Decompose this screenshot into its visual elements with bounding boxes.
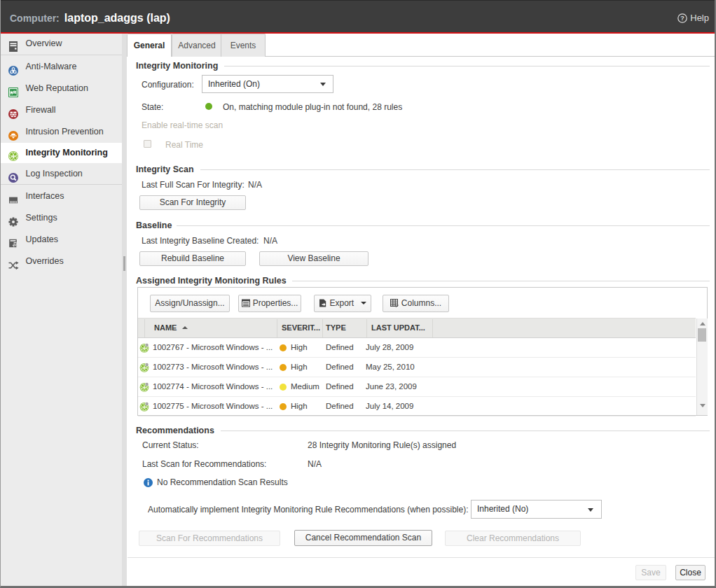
- svg-text:?: ?: [681, 15, 685, 22]
